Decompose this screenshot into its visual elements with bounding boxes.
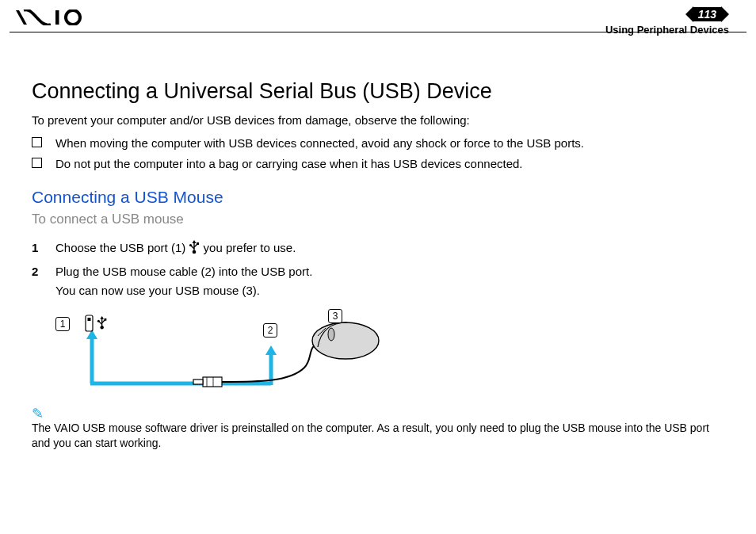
svg-point-23: [312, 322, 379, 359]
nav-prev-icon[interactable]: [685, 6, 693, 22]
step-text: Choose the USB port (1): [55, 241, 189, 254]
diagram-label: 1: [55, 317, 70, 331]
warning-item: Do not put the computer into a bag or ca…: [32, 154, 729, 174]
svg-rect-20: [193, 380, 203, 384]
step-item: 1 Choose the USB port (1) you prefer to …: [32, 238, 729, 259]
svg-point-1: [66, 10, 80, 25]
svg-rect-18: [105, 318, 107, 321]
note-text: The VAIO USB mouse software driver is pr…: [32, 421, 729, 451]
svg-marker-16: [100, 316, 104, 319]
connection-diagram: 1 2 3: [52, 312, 401, 395]
header-divider: [10, 32, 746, 32]
svg-rect-6: [197, 242, 199, 245]
step-text: You can now use your USB mouse (3).: [55, 284, 260, 297]
step-number: 2: [32, 262, 38, 280]
vaio-logo-icon: [16, 10, 84, 29]
subheading: Connecting a USB Mouse: [32, 188, 729, 207]
nav-next-icon[interactable]: [721, 6, 729, 22]
warning-item: When moving the computer with USB device…: [32, 133, 729, 154]
section-title: Using Peripheral Devices: [605, 24, 729, 36]
procedure-title: To connect a USB mouse: [32, 212, 729, 227]
page-number-badge[interactable]: 113: [685, 6, 729, 22]
svg-marker-4: [193, 240, 197, 243]
svg-point-5: [189, 244, 192, 246]
intro-text: To prevent your computer and/or USB devi…: [32, 113, 729, 127]
step-text: you prefer to use.: [204, 241, 296, 254]
step-text: Plug the USB mouse cable (2) into the US…: [55, 265, 312, 278]
diagram-label: 3: [328, 309, 342, 323]
svg-point-24: [328, 328, 334, 341]
svg-rect-13: [88, 318, 91, 321]
svg-rect-19: [203, 377, 222, 387]
step-number: 1: [32, 238, 38, 257]
usb-trident-icon: [189, 240, 200, 259]
svg-rect-0: [55, 10, 59, 25]
page-title: Connecting a Universal Serial Bus (USB) …: [32, 79, 729, 104]
svg-marker-11: [265, 345, 277, 355]
step-item: 2 Plug the USB mouse cable (2) into the …: [32, 262, 729, 299]
svg-point-17: [97, 319, 100, 322]
note-pencil-icon: ✎: [32, 405, 729, 422]
page-number: 113: [698, 8, 716, 21]
diagram-label: 2: [263, 323, 277, 338]
